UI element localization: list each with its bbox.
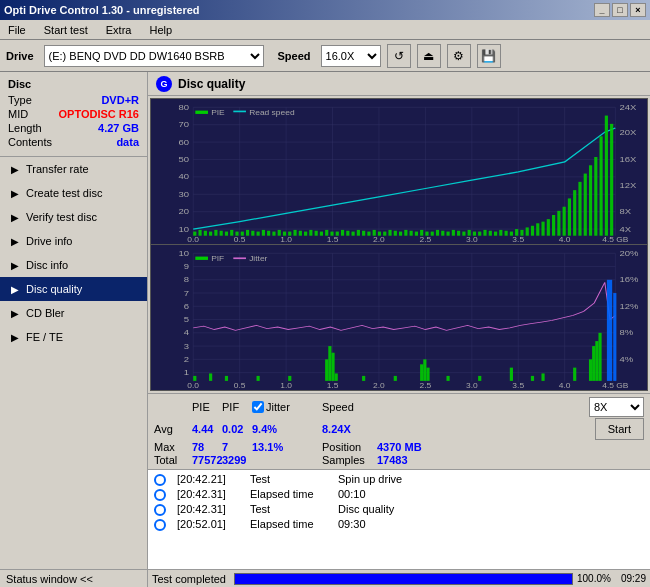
transfer-rate-icon: ▶ xyxy=(8,162,22,176)
disc-contents-row: Contents data xyxy=(8,136,139,148)
svg-text:4X: 4X xyxy=(620,225,632,234)
svg-text:30: 30 xyxy=(178,190,189,199)
svg-text:9: 9 xyxy=(184,262,190,271)
status-icon-2 xyxy=(154,504,166,516)
drive-select[interactable]: (E:) BENQ DVD DD DW1640 BSRB xyxy=(44,45,264,67)
menu-starttest[interactable]: Start test xyxy=(40,22,92,38)
svg-text:8%: 8% xyxy=(620,328,634,337)
disc-mid-label: MID xyxy=(8,108,28,120)
avg-pif: 0.02 xyxy=(222,423,252,435)
svg-rect-0 xyxy=(151,99,647,244)
window-controls: _ □ × xyxy=(594,3,646,17)
svg-rect-68 xyxy=(325,230,328,236)
avg-jitter: 9.4% xyxy=(252,423,322,435)
svg-rect-54 xyxy=(251,231,254,236)
status-row-2: [20:42.31] Test Disc quality xyxy=(154,502,644,517)
jitter-col: Jitter xyxy=(252,401,322,413)
svg-rect-103 xyxy=(510,232,513,236)
status-window-toggle[interactable]: Status window << xyxy=(0,569,147,587)
status-content: [20:42.21] Test Spin up drive [20:42.31]… xyxy=(148,470,650,569)
status-time-3: [20:52.01] xyxy=(177,518,242,531)
svg-rect-121 xyxy=(605,116,608,236)
svg-rect-194 xyxy=(592,346,595,381)
speed-select[interactable]: 16.0X xyxy=(321,45,381,67)
avg-label: Avg xyxy=(154,423,192,435)
sidebar-item-transfer-rate[interactable]: ▶ Transfer rate xyxy=(0,157,147,181)
svg-rect-97 xyxy=(478,232,481,236)
svg-text:1.0: 1.0 xyxy=(280,236,292,244)
svg-text:2: 2 xyxy=(184,355,190,364)
svg-rect-64 xyxy=(304,232,307,236)
svg-rect-185 xyxy=(423,359,426,381)
total-label: Total xyxy=(154,454,192,466)
status-icon-3 xyxy=(154,519,166,531)
svg-rect-102 xyxy=(505,231,508,236)
minimize-button[interactable]: _ xyxy=(594,3,610,17)
eject-button[interactable]: ⏏ xyxy=(417,44,441,68)
svg-rect-197 xyxy=(607,280,612,381)
svg-rect-125 xyxy=(233,111,246,113)
svg-text:2.0: 2.0 xyxy=(373,382,385,390)
speed-label: Speed xyxy=(278,50,311,62)
sidebar-item-disc-info[interactable]: ▶ Disc info xyxy=(0,253,147,277)
svg-text:70: 70 xyxy=(178,120,189,129)
sidebar-item-disc-quality[interactable]: ▶ Disc quality xyxy=(0,277,147,301)
svg-rect-60 xyxy=(283,232,286,236)
sidebar-item-label: CD Bler xyxy=(26,307,65,319)
svg-text:0.5: 0.5 xyxy=(234,382,246,390)
speed-mode-select[interactable]: 8X xyxy=(589,397,644,417)
status-val-3: 09:30 xyxy=(338,518,366,531)
disc-section-title: Disc xyxy=(8,78,139,90)
svg-text:3.0: 3.0 xyxy=(466,236,478,244)
menu-extra[interactable]: Extra xyxy=(102,22,136,38)
refresh-button[interactable]: ↺ xyxy=(387,44,411,68)
svg-rect-116 xyxy=(578,182,581,236)
maximize-button[interactable]: □ xyxy=(612,3,628,17)
disc-length-row: Length 4.27 GB xyxy=(8,122,139,134)
menubar: File Start test Extra Help xyxy=(0,20,650,40)
app-title: Opti Drive Control 1.30 - unregistered xyxy=(4,4,200,16)
total-pif: 3299 xyxy=(222,454,252,466)
svg-text:16X: 16X xyxy=(620,155,637,164)
svg-text:10: 10 xyxy=(178,249,189,258)
svg-rect-70 xyxy=(336,232,339,236)
sidebar-item-drive-info[interactable]: ▶ Drive info xyxy=(0,229,147,253)
disc-length-value: 4.27 GB xyxy=(98,122,139,134)
svg-rect-75 xyxy=(362,231,365,236)
start-button[interactable]: Start xyxy=(595,418,644,440)
svg-rect-112 xyxy=(557,211,560,236)
sidebar-item-label: Disc quality xyxy=(26,283,82,295)
menu-file[interactable]: File xyxy=(4,22,30,38)
svg-rect-74 xyxy=(357,230,360,236)
pif-chart: 10 9 8 7 6 5 4 3 2 1 20% 16% xyxy=(151,245,647,390)
svg-text:Read speed: Read speed xyxy=(249,109,294,117)
stats-header-row: PIE PIF Jitter Speed 8X xyxy=(154,397,644,417)
svg-rect-187 xyxy=(446,376,449,381)
options-button[interactable]: ⚙ xyxy=(447,44,471,68)
max-pie: 78 xyxy=(192,441,222,453)
svg-rect-88 xyxy=(431,232,434,236)
save-button[interactable]: 💾 xyxy=(477,44,501,68)
sidebar-item-fe-te[interactable]: ▶ FE / TE xyxy=(0,325,147,349)
status-key-3: Elapsed time xyxy=(250,518,330,531)
disc-contents-value: data xyxy=(116,136,139,148)
svg-rect-49 xyxy=(225,232,228,236)
svg-rect-95 xyxy=(468,230,471,236)
svg-rect-117 xyxy=(584,174,587,236)
sidebar-item-cd-bler[interactable]: ▶ CD Bler xyxy=(0,301,147,325)
svg-rect-77 xyxy=(373,230,376,236)
svg-rect-89 xyxy=(436,230,439,236)
max-row: Max 78 7 13.1% Position 4370 MB xyxy=(154,441,644,453)
svg-rect-118 xyxy=(589,165,592,235)
jitter-checkbox[interactable] xyxy=(252,401,264,413)
cd-bler-icon: ▶ xyxy=(8,306,22,320)
svg-text:40: 40 xyxy=(178,172,189,181)
sidebar-item-verify-test-disc[interactable]: ▶ Verify test disc xyxy=(0,205,147,229)
svg-rect-57 xyxy=(267,231,270,236)
menu-help[interactable]: Help xyxy=(145,22,176,38)
svg-rect-91 xyxy=(446,232,449,236)
status-val-1: 00:10 xyxy=(338,488,366,501)
sidebar-item-create-test-disc[interactable]: ▶ Create test disc xyxy=(0,181,147,205)
svg-text:4%: 4% xyxy=(620,355,634,364)
close-button[interactable]: × xyxy=(630,3,646,17)
